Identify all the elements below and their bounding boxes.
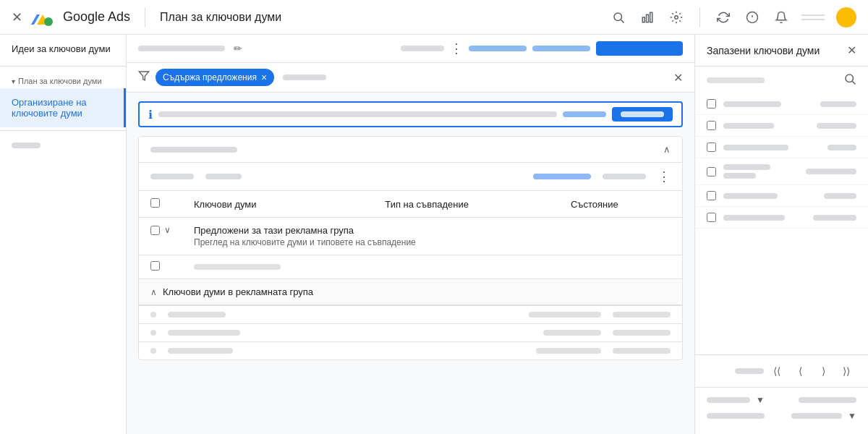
main-layout: Идеи за ключови думи ▾ План за ключови д… (0, 35, 868, 434)
topbar: ✕ Google Ads План за ключови думи (0, 0, 868, 35)
table-header: Ключови думи Тип на съвпадение Състояние (139, 191, 682, 218)
search-link[interactable] (563, 111, 606, 117)
brand-name: Google Ads (63, 9, 130, 25)
svg-point-13 (846, 75, 854, 82)
svg-marker-12 (139, 72, 148, 80)
rp-search-icon[interactable] (843, 72, 856, 88)
action-link[interactable] (469, 46, 527, 51)
expand-row-icon[interactable]: ∨ (164, 225, 171, 235)
saved-kw-item[interactable] (695, 137, 868, 158)
sidebar-item-organize[interactable]: Организиране на ключовите думи (0, 88, 126, 127)
saved-kw-item[interactable] (695, 207, 868, 229)
saved-kw-checkbox[interactable] (707, 213, 716, 222)
more-options-icon[interactable]: ⋮ (450, 41, 463, 56)
pagination: ⟨⟨ ⟨ ⟩ ⟩⟩ (695, 354, 868, 387)
settings-icon[interactable] (668, 9, 685, 26)
page-count-bar (735, 368, 764, 374)
expand-arrow-icon[interactable]: ▾ (12, 77, 15, 85)
ph-bar8 (536, 348, 601, 354)
next-page-button[interactable]: ⟩ (813, 361, 833, 381)
last-page-button[interactable]: ⟩⟩ (836, 361, 856, 381)
search-button[interactable] (612, 107, 673, 122)
saved-kw-checkbox[interactable] (707, 191, 716, 200)
th-keywords: Ключови думи (182, 191, 373, 218)
saved-kw-bar (723, 145, 788, 150)
stat-link1[interactable] (533, 174, 591, 179)
saved-kw-item[interactable] (695, 115, 868, 137)
rpb-bar1 (707, 397, 750, 403)
stat-link2[interactable] (603, 174, 646, 179)
keyword-search-box[interactable]: ℹ (138, 101, 683, 127)
filter-chip[interactable]: Съдържа предложения × (156, 69, 274, 86)
saved-kw-bar2 (806, 169, 856, 174)
collapse-icon[interactable]: ∧ (663, 144, 671, 155)
ad-group-kw-header-row: ∧ Ключови думи в рекламната група (139, 279, 682, 306)
ph-bar4 (168, 330, 240, 336)
add-btn-label (610, 46, 668, 51)
close-button[interactable]: ✕ (12, 9, 22, 25)
filter-chip-label: Съдържа предложения (163, 72, 257, 82)
row-checkbox[interactable] (150, 226, 160, 235)
filter-extra-bar (283, 75, 326, 80)
sidebar-divider2 (0, 130, 126, 131)
topbar-divider2 (699, 7, 700, 27)
row-checkbox2[interactable] (150, 261, 160, 271)
edit-icon[interactable]: ✏ (234, 43, 242, 54)
stats-row: ⋮ (139, 163, 682, 191)
saved-kw-bar (723, 123, 774, 129)
ph-bar2 (529, 312, 601, 318)
saved-kw-item[interactable] (695, 93, 868, 115)
prev-page-button[interactable]: ⟨ (790, 361, 810, 381)
content-area: ✏ ⋮ Съдържа предложения × ✕ (127, 35, 694, 434)
add-button[interactable] (596, 41, 683, 56)
collapse-kw-icon[interactable]: ∧ (150, 287, 157, 297)
saved-kw-checkbox[interactable] (707, 167, 716, 176)
stat1 (150, 174, 194, 179)
bell-icon[interactable] (773, 9, 790, 26)
right-panel-search-bar (695, 67, 868, 93)
data-row (139, 324, 682, 342)
saved-kw-bar2 (813, 215, 856, 221)
chart-icon[interactable] (639, 9, 656, 26)
first-page-button[interactable]: ⟨⟨ (767, 361, 787, 381)
select-all-checkbox[interactable] (150, 198, 160, 208)
filter-bar: Съдържа предложения × ✕ (127, 63, 694, 93)
dot-icon2 (150, 330, 156, 336)
menu-bars[interactable] (801, 14, 825, 20)
scroll-content: ℹ ∧ (127, 93, 694, 434)
saved-kw-bar (723, 193, 778, 199)
saved-kw-checkbox[interactable] (707, 121, 716, 130)
saved-kw-item[interactable] (695, 158, 868, 185)
saved-kw-checkbox[interactable] (707, 142, 716, 152)
right-panel-close-icon[interactable]: ✕ (847, 43, 856, 57)
action-link2[interactable] (532, 46, 590, 51)
filter-close-icon[interactable]: ✕ (673, 71, 683, 85)
campaign-name-bar (138, 46, 225, 51)
ad-group-kw-label: Ключови думи в рекламната група (163, 286, 313, 297)
rpb-dropdown2-icon[interactable]: ▼ (848, 411, 856, 421)
saved-kw-item[interactable] (695, 185, 868, 207)
ph-checkbox-cell (139, 255, 182, 279)
keywords-table-container: ∧ ⋮ (138, 136, 683, 360)
search-btn-label (621, 111, 664, 117)
top-action-bar: ✏ ⋮ (127, 35, 694, 63)
search-input[interactable] (158, 111, 557, 117)
sidebar-item-organize-label: Организиране на ключовите думи (12, 97, 112, 119)
info-icon[interactable] (744, 9, 761, 26)
filter-chip-close-icon[interactable]: × (261, 72, 267, 83)
user-avatar[interactable] (836, 7, 856, 27)
saved-kw-bar (723, 164, 770, 170)
search-icon[interactable] (610, 9, 627, 26)
rpb-dropdown-icon[interactable]: ▼ (756, 395, 765, 405)
data-row (139, 342, 682, 359)
svg-line-4 (621, 20, 624, 22)
suggested-row-content: Предложени за тази рекламна група Прегле… (182, 218, 682, 255)
right-panel-bottom: ▼ ▼ (695, 387, 868, 434)
google-ads-logo (31, 6, 54, 29)
sidebar-item-keyword-ideas[interactable]: Идеи за ключови думи (0, 35, 126, 63)
refresh-icon[interactable] (715, 9, 732, 26)
saved-kw-checkbox[interactable] (707, 99, 716, 109)
ph-bar7 (168, 348, 233, 354)
table-row (139, 255, 682, 279)
stats-more-icon[interactable]: ⋮ (658, 169, 671, 184)
